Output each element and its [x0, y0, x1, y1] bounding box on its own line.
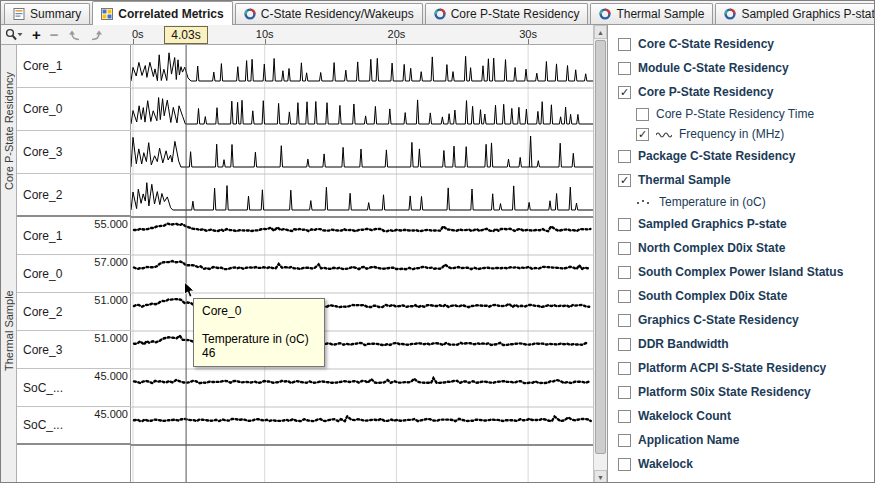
checkbox[interactable]: [618, 290, 631, 303]
tab-thermal-sample[interactable]: Thermal Sample: [590, 3, 713, 24]
row-label-core-p-state-residency-core-1[interactable]: Core_1: [17, 45, 131, 88]
tab-summary[interactable]: Summary: [4, 3, 90, 24]
legend-label: Core C-State Residency: [638, 37, 774, 51]
legend-item-south-complex-d0ix-state[interactable]: South Complex D0ix State: [608, 284, 875, 308]
app-window: SummaryCorrelated MetricsC-State Residen…: [0, 0, 875, 483]
legend-label: Wakelock Count: [638, 409, 731, 423]
legend-label: Frequency in (MHz): [679, 127, 784, 141]
rings-icon: [244, 8, 256, 20]
checkbox[interactable]: [618, 242, 631, 255]
tab-sampled-graphics-p-state[interactable]: Sampled Graphics P-state: [715, 3, 875, 24]
row-name: Core_3: [23, 145, 62, 159]
scrollbar-thumb[interactable]: [595, 40, 606, 454]
rings-icon: [599, 8, 611, 20]
legend-label: Temperature in (oC): [659, 195, 766, 209]
row-name: Core_3: [23, 343, 62, 357]
row-label-core-p-state-residency-core-2[interactable]: Core_2: [17, 174, 131, 217]
row-name: Core_2: [23, 305, 62, 319]
legend-item-wakelock[interactable]: Wakelock: [608, 452, 875, 476]
tooltip-title: Core_0: [202, 304, 316, 318]
legend-item-thermal-sample[interactable]: ✓Thermal Sample: [608, 168, 875, 192]
legend-item-north-complex-d0ix-state[interactable]: North Complex D0ix State: [608, 236, 875, 260]
row-value: 55.000: [94, 218, 128, 230]
section-rail: Core P-State ResidencyThermal Sample: [1, 45, 17, 483]
checkbox[interactable]: [618, 150, 631, 163]
legend-item-module-c-state-residency[interactable]: Module C-State Residency: [608, 56, 875, 80]
legend-label: DDR Bandwidth: [638, 337, 729, 351]
tab-correlated-metrics[interactable]: Correlated Metrics: [92, 1, 232, 25]
legend-item-ddr-bandwidth[interactable]: DDR Bandwidth: [608, 332, 875, 356]
row-label-thermal-sample-core-3[interactable]: Core_351.000: [17, 331, 131, 369]
checkbox[interactable]: [618, 266, 631, 279]
legend-item-temperature-in-oc[interactable]: Temperature in (oC): [608, 192, 875, 212]
rings-icon: [434, 8, 446, 20]
row-label-core-p-state-residency-core-3[interactable]: Core_3: [17, 131, 131, 174]
tab-core-p-state-residency[interactable]: Core P-State Residency: [425, 3, 589, 24]
checkbox[interactable]: [618, 314, 631, 327]
mouse-cursor-icon: [183, 281, 196, 300]
tooltip-value: 46: [202, 346, 316, 360]
row-value: 51.000: [94, 294, 128, 306]
checkbox[interactable]: ✓: [636, 128, 649, 141]
checkbox[interactable]: [618, 386, 631, 399]
checkbox[interactable]: ✓: [618, 86, 631, 99]
row-label-core-p-state-residency-core-0[interactable]: Core_0: [17, 88, 131, 131]
legend-item-frequency-in-mhz[interactable]: ✓Frequency in (MHz): [608, 124, 875, 144]
scroll-up-icon[interactable]: ▲: [594, 25, 607, 39]
row-label-thermal-sample-core-2[interactable]: Core_251.000: [17, 293, 131, 331]
undo-zoom-icon[interactable]: [68, 30, 81, 41]
checkbox[interactable]: ✓: [618, 174, 631, 187]
redo-zoom-icon[interactable]: [90, 30, 103, 41]
legend-item-package-c-state-residency[interactable]: Package C-State Residency: [608, 144, 875, 168]
legend-item-application-name[interactable]: Application Name: [608, 428, 875, 452]
checkbox[interactable]: [636, 108, 649, 121]
tick-mark: [133, 39, 134, 44]
section-label-thermal-sample: Thermal Sample: [1, 217, 17, 445]
tab-c-state-residency-wakeups[interactable]: C-State Residency/Wakeups: [235, 3, 423, 24]
legend-item-core-c-state-residency[interactable]: Core C-State Residency: [608, 32, 875, 56]
row-label-thermal-sample-core-1[interactable]: Core_155.000: [17, 217, 131, 255]
checkbox[interactable]: [618, 362, 631, 375]
timeline-ruler[interactable]: + − 0s10s20s30s 4.03s: [1, 25, 593, 45]
tab-label: Sampled Graphics P-state: [741, 7, 875, 21]
vertical-scrollbar[interactable]: ▲ ▼: [593, 25, 607, 483]
zoom-in-button[interactable]: +: [32, 28, 41, 42]
chart-area[interactable]: [131, 45, 593, 483]
legend-item-sampled-graphics-p-state[interactable]: Sampled Graphics P-state: [608, 212, 875, 236]
tooltip-metric: Temperature in (oC): [202, 332, 316, 346]
checkbox[interactable]: [618, 338, 631, 351]
zoom-out-button[interactable]: −: [50, 28, 59, 42]
checkbox[interactable]: [618, 434, 631, 447]
legend-label: Core P-State Residency Time: [656, 107, 814, 121]
tab-label: Thermal Sample: [616, 7, 704, 21]
scroll-down-icon[interactable]: ▼: [594, 470, 607, 483]
legend-item-platform-acpi-s-state-residency[interactable]: Platform ACPI S-State Residency: [608, 356, 875, 380]
checkbox[interactable]: [618, 62, 631, 75]
tick-mark: [396, 39, 397, 44]
legend-item-core-p-state-residency-time[interactable]: Core P-State Residency Time: [608, 104, 875, 124]
rings-icon: [724, 8, 736, 20]
row-name: Core_2: [23, 188, 62, 202]
legend-item-south-complex-power-island-status[interactable]: South Complex Power Island Status: [608, 260, 875, 284]
legend-item-wakelock-count[interactable]: Wakelock Count: [608, 404, 875, 428]
tooltip: Core_0 Temperature in (oC) 46: [193, 298, 325, 367]
legend-label: South Complex Power Island Status: [638, 265, 843, 279]
legend-label: Platform ACPI S-State Residency: [638, 361, 826, 375]
legend-item-core-p-state-residency[interactable]: ✓Core P-State Residency: [608, 80, 875, 104]
tab-label: Summary: [30, 7, 81, 21]
row-name: SoC_...: [23, 418, 63, 432]
checkbox[interactable]: [618, 38, 631, 51]
dotted-line-icon: [636, 198, 652, 206]
checkbox[interactable]: [618, 410, 631, 423]
row-label-thermal-sample-soc[interactable]: SoC_...45.000: [17, 369, 131, 407]
checkbox[interactable]: [618, 218, 631, 231]
time-marker[interactable]: 4.03s: [164, 26, 208, 44]
legend-label: Application Name: [638, 433, 739, 447]
row-label-thermal-sample-soc[interactable]: SoC_...45.000: [17, 407, 131, 445]
row-label-thermal-sample-core-0[interactable]: Core_057.000: [17, 255, 131, 293]
zoom-tool-icon[interactable]: [5, 28, 23, 42]
legend-item-platform-s0ix-state-residency[interactable]: Platform S0ix State Residency: [608, 380, 875, 404]
legend-item-graphics-c-state-residency[interactable]: Graphics C-State Residency: [608, 308, 875, 332]
checkbox[interactable]: [618, 458, 631, 471]
section-label-core-p-state-residency: Core P-State Residency: [1, 45, 17, 217]
